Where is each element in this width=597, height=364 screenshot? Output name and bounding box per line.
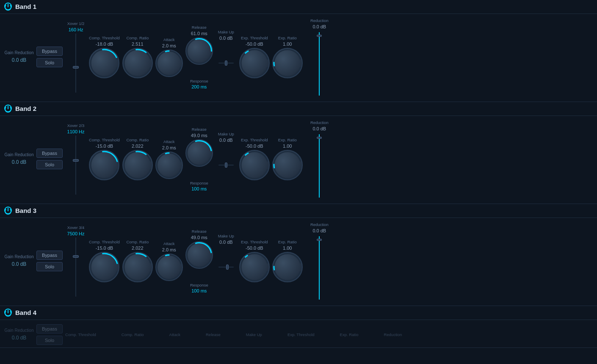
band1-xover-thumb[interactable] [73, 66, 79, 69]
band1-xover-value: 160 Hz [69, 27, 83, 32]
band4-solo-button[interactable]: Solo [36, 336, 63, 345]
band3-exp-threshold-knob-body[interactable] [239, 252, 270, 282]
band1-solo-button[interactable]: Solo [36, 58, 63, 67]
band1-comp-threshold-group: Comp. Threshold -18.0 dB [89, 36, 120, 78]
band1-reduction-slider[interactable] [316, 32, 323, 96]
band1-attack-knob[interactable] [155, 50, 183, 77]
band2-exp-ratio-label: Exp. Ratio [278, 138, 297, 142]
band1-exp-ratio-knob[interactable] [272, 48, 303, 78]
band3-makeup-thumb[interactable] [226, 265, 229, 270]
band2-release-group: Release 49.0 ms Response 100 ms [185, 127, 213, 191]
band3-release-knob-body[interactable] [185, 241, 213, 269]
band1-exp-threshold-group: Exp. Threshold -50.0 dB [239, 36, 270, 78]
band3-exp-threshold-knob[interactable] [239, 252, 270, 282]
band2-attack-knob-body[interactable] [155, 152, 183, 179]
band3-exp-ratio-knob-body[interactable] [272, 252, 303, 282]
band1-power-button[interactable] [4, 3, 12, 10]
band3-xover-thumb[interactable] [73, 255, 79, 258]
band1-attack-knob-body[interactable] [155, 50, 183, 77]
band2-exp-threshold-knob-body[interactable] [239, 150, 270, 180]
band3-exp-ratio-knob[interactable] [272, 252, 303, 282]
band3-reduction-thumb[interactable] [317, 239, 322, 241]
band3-exp-threshold-group: Exp. Threshold -50.0 dB [239, 240, 270, 282]
band1-comp-threshold-knob[interactable] [89, 48, 119, 78]
band3-comp-threshold-knob[interactable] [89, 252, 119, 282]
band1-release-knob[interactable] [185, 37, 213, 65]
band1-exp-threshold-knob[interactable] [239, 48, 270, 78]
band2-makeup-thumb[interactable] [225, 163, 227, 168]
band3-makeup-label: Make Up [218, 234, 234, 238]
band2-response-label: Response [190, 181, 208, 185]
band3-attack-knob-body[interactable] [155, 254, 183, 281]
band4-bypass-button[interactable]: Bypass [36, 324, 63, 334]
band1-makeup-slider-container[interactable] [218, 42, 234, 84]
band3-xover-value: 7500 Hz [67, 231, 85, 236]
band1-bypass-solo: Bypass Solo [36, 47, 63, 67]
band2-comp-ratio-label: Comp. Ratio [126, 138, 149, 142]
band2-release-knob-body[interactable] [185, 139, 213, 167]
band3-solo-button[interactable]: Solo [36, 262, 63, 271]
band3-comp-threshold-value: -15.0 dB [96, 245, 113, 251]
band2-xover-thumb[interactable] [73, 159, 79, 162]
band1-exp-threshold-knob-body[interactable] [239, 48, 270, 78]
band2-makeup-slider-container[interactable] [218, 144, 234, 186]
band1-exp-ratio-label: Exp. Ratio [278, 36, 297, 40]
band2-release-knob[interactable] [185, 139, 213, 167]
band3-attack-knob[interactable] [155, 254, 183, 281]
band3-bypass-button[interactable]: Bypass [36, 251, 63, 260]
band2-attack-knob[interactable] [155, 152, 183, 179]
band2-comp-ratio-knob-body[interactable] [122, 150, 153, 180]
band3-exp-ratio-value: 1.00 [283, 245, 292, 251]
band2-comp-threshold-knob-body[interactable] [89, 150, 119, 180]
band2-comp-ratio-knob[interactable] [122, 150, 153, 180]
band1-release-knob-body[interactable] [185, 37, 213, 65]
band2-reduction-track [319, 134, 320, 198]
band1-makeup-thumb[interactable] [225, 61, 227, 66]
band1-gain-reduction-label: Gain Reduction [4, 50, 34, 55]
band3-attack-group: Attack 2.0 ms [155, 241, 183, 281]
band1-exp-ratio-knob-body[interactable] [272, 48, 303, 78]
band3-comp-ratio-label: Comp. Ratio [126, 240, 149, 244]
band2-exp-ratio-knob[interactable] [272, 150, 303, 180]
band2-exp-threshold-knob[interactable] [239, 150, 270, 180]
band1-header: Band 1 [0, 0, 597, 14]
band2-bypass-solo: Bypass Solo [36, 149, 63, 169]
band4-comp-ratio-label: Comp. Ratio [122, 332, 144, 337]
band2-reduction-thumb[interactable] [317, 137, 322, 139]
band2-bypass-button[interactable]: Bypass [36, 149, 63, 158]
band3-comp-ratio-knob[interactable] [122, 252, 153, 282]
band3-makeup-slider-container[interactable] [218, 246, 234, 288]
band1-reduction-track [319, 32, 320, 96]
band2-comp-threshold-knob[interactable] [89, 150, 119, 180]
band1-comp-threshold-knob-body[interactable] [89, 48, 119, 78]
band1-controls: Gain Reduction 0.0 dB Bypass Solo Xover … [0, 14, 597, 102]
band2-reduction-slider[interactable] [316, 134, 323, 198]
band1-release-value: 61.0 ms [191, 31, 207, 36]
band2-exp-ratio-knob-body[interactable] [272, 150, 303, 180]
band2-xover-slider[interactable] [72, 135, 80, 195]
band2-reduction-group: Reduction 0.0 dB [308, 120, 331, 198]
band3-reduction-slider[interactable] [316, 236, 323, 300]
band3-comp-threshold-knob-body[interactable] [89, 252, 119, 282]
band4-power-button[interactable] [4, 309, 12, 316]
band3-release-knob[interactable] [185, 241, 213, 269]
band1-comp-ratio-knob-body[interactable] [122, 48, 153, 78]
band2-release-value: 49.0 ms [191, 133, 207, 138]
band2-gain-reduction: Gain Reduction 0.0 dB [4, 152, 34, 165]
band3-makeup-track [218, 267, 234, 267]
band2-attack-label: Attack [163, 139, 174, 144]
band2-power-button[interactable] [4, 105, 12, 112]
band3-comp-ratio-knob-body[interactable] [122, 252, 153, 282]
band1-bypass-button[interactable]: Bypass [36, 47, 63, 56]
band3-xover-slider[interactable] [72, 237, 80, 297]
band2-solo-button[interactable]: Solo [36, 160, 63, 169]
band2-makeup-value: 0.0 dB [219, 138, 233, 143]
band1-xover-slider[interactable] [72, 33, 80, 93]
band1-reduction-thumb[interactable] [317, 35, 322, 37]
band4-comp-threshold-label: Comp. Threshold [65, 332, 96, 337]
band4-gain-reduction-label: Gain Reduction [4, 328, 34, 333]
band1-comp-ratio-knob[interactable] [122, 48, 153, 78]
band3-power-button[interactable] [4, 207, 12, 214]
band3-gain-reduction-value: 0.0 dB [12, 261, 27, 267]
band1-reduction-value: 0.0 dB [312, 24, 326, 29]
